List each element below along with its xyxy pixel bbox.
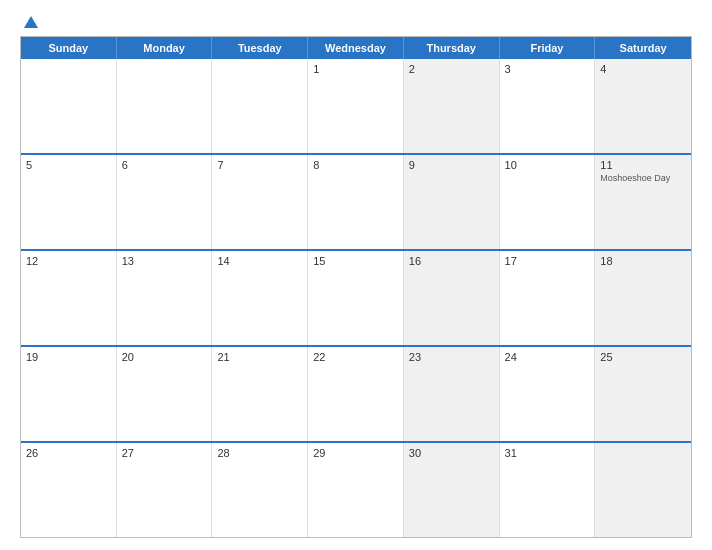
day-cell: 15 xyxy=(308,251,404,345)
day-cell: 11Moshoeshoe Day xyxy=(595,155,691,249)
day-cell: 18 xyxy=(595,251,691,345)
day-number: 16 xyxy=(409,255,494,267)
logo-triangle-icon xyxy=(24,16,38,28)
day-number: 30 xyxy=(409,447,494,459)
day-cell xyxy=(21,59,117,153)
day-cell: 27 xyxy=(117,443,213,537)
day-cell: 4 xyxy=(595,59,691,153)
day-header-saturday: Saturday xyxy=(595,37,691,59)
day-cell xyxy=(595,443,691,537)
day-number: 12 xyxy=(26,255,111,267)
day-cell: 19 xyxy=(21,347,117,441)
weeks-container: 1234567891011Moshoeshoe Day1213141516171… xyxy=(21,59,691,537)
day-cell: 9 xyxy=(404,155,500,249)
week-row-2: 567891011Moshoeshoe Day xyxy=(21,153,691,249)
day-header-wednesday: Wednesday xyxy=(308,37,404,59)
day-number: 6 xyxy=(122,159,207,171)
day-cell: 16 xyxy=(404,251,500,345)
day-number: 1 xyxy=(313,63,398,75)
day-cell: 22 xyxy=(308,347,404,441)
day-cell: 28 xyxy=(212,443,308,537)
day-number: 10 xyxy=(505,159,590,171)
day-number: 21 xyxy=(217,351,302,363)
day-header-friday: Friday xyxy=(500,37,596,59)
day-header-thursday: Thursday xyxy=(404,37,500,59)
day-number: 3 xyxy=(505,63,590,75)
day-number: 9 xyxy=(409,159,494,171)
day-header-tuesday: Tuesday xyxy=(212,37,308,59)
day-number: 13 xyxy=(122,255,207,267)
day-number: 5 xyxy=(26,159,111,171)
day-cell: 21 xyxy=(212,347,308,441)
day-cell: 3 xyxy=(500,59,596,153)
day-header-sunday: Sunday xyxy=(21,37,117,59)
day-number: 7 xyxy=(217,159,302,171)
day-number: 27 xyxy=(122,447,207,459)
week-row-4: 19202122232425 xyxy=(21,345,691,441)
day-number: 2 xyxy=(409,63,494,75)
day-number: 29 xyxy=(313,447,398,459)
day-number: 14 xyxy=(217,255,302,267)
day-number: 20 xyxy=(122,351,207,363)
day-number: 28 xyxy=(217,447,302,459)
day-cell: 25 xyxy=(595,347,691,441)
day-cell: 2 xyxy=(404,59,500,153)
day-header-monday: Monday xyxy=(117,37,213,59)
days-header: SundayMondayTuesdayWednesdayThursdayFrid… xyxy=(21,37,691,59)
week-row-5: 262728293031 xyxy=(21,441,691,537)
day-cell: 14 xyxy=(212,251,308,345)
day-number: 15 xyxy=(313,255,398,267)
day-number: 8 xyxy=(313,159,398,171)
logo xyxy=(20,16,38,28)
day-cell: 23 xyxy=(404,347,500,441)
day-number: 18 xyxy=(600,255,686,267)
day-cell xyxy=(117,59,213,153)
day-number: 22 xyxy=(313,351,398,363)
day-number: 4 xyxy=(600,63,686,75)
day-number: 17 xyxy=(505,255,590,267)
day-cell: 13 xyxy=(117,251,213,345)
day-cell: 1 xyxy=(308,59,404,153)
day-cell: 8 xyxy=(308,155,404,249)
day-cell: 7 xyxy=(212,155,308,249)
day-cell: 29 xyxy=(308,443,404,537)
day-cell: 17 xyxy=(500,251,596,345)
week-row-3: 12131415161718 xyxy=(21,249,691,345)
day-event-label: Moshoeshoe Day xyxy=(600,173,686,185)
day-number: 11 xyxy=(600,159,686,171)
day-number: 23 xyxy=(409,351,494,363)
day-cell: 12 xyxy=(21,251,117,345)
day-number: 31 xyxy=(505,447,590,459)
header xyxy=(20,16,692,28)
day-cell: 30 xyxy=(404,443,500,537)
day-cell: 10 xyxy=(500,155,596,249)
logo-blue-text xyxy=(20,16,38,28)
day-cell: 5 xyxy=(21,155,117,249)
calendar-page: SundayMondayTuesdayWednesdayThursdayFrid… xyxy=(0,0,712,550)
day-cell: 24 xyxy=(500,347,596,441)
day-cell: 26 xyxy=(21,443,117,537)
day-cell: 20 xyxy=(117,347,213,441)
day-number: 24 xyxy=(505,351,590,363)
day-number: 25 xyxy=(600,351,686,363)
week-row-1: 1234 xyxy=(21,59,691,153)
day-cell: 6 xyxy=(117,155,213,249)
day-cell: 31 xyxy=(500,443,596,537)
day-number: 26 xyxy=(26,447,111,459)
day-cell xyxy=(212,59,308,153)
calendar-grid: SundayMondayTuesdayWednesdayThursdayFrid… xyxy=(20,36,692,538)
day-number: 19 xyxy=(26,351,111,363)
